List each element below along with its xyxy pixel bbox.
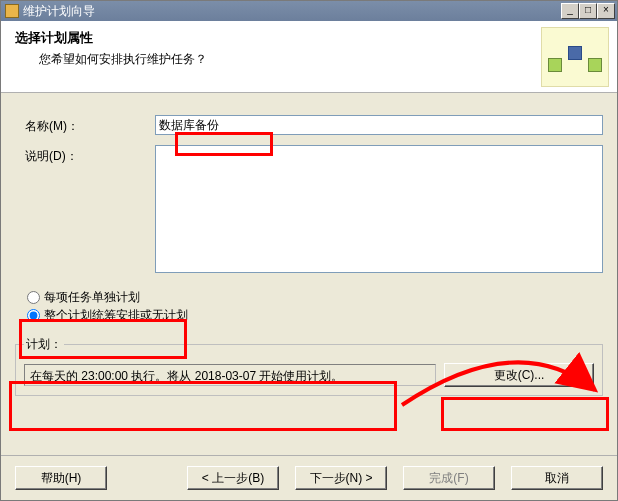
app-icon (5, 4, 19, 18)
title-bar: 维护计划向导 _ □ × (1, 1, 617, 21)
radio-whole-plan-row[interactable]: 整个计划统筹安排或无计划 (23, 306, 603, 324)
description-label: 说明(D)： (15, 145, 155, 276)
wizard-footer: 帮助(H) < 上一步(B) 下一步(N) > 完成(F) 取消 (1, 455, 617, 500)
name-input[interactable] (155, 115, 603, 135)
radio-whole-plan-label: 整个计划统筹安排或无计划 (44, 307, 188, 324)
help-button[interactable]: 帮助(H) (15, 466, 107, 490)
maximize-button[interactable]: □ (579, 3, 597, 19)
radio-per-task[interactable] (27, 291, 40, 304)
close-button[interactable]: × (597, 3, 615, 19)
wizard-window: 维护计划向导 _ □ × 选择计划属性 您希望如何安排执行维护任务？ 名称(M)… (0, 0, 618, 501)
radio-per-task-label: 每项任务单独计划 (44, 289, 140, 306)
radio-whole-plan[interactable] (27, 309, 40, 322)
wizard-body: 名称(M)： 说明(D)： 每项任务单独计划 整个计划统筹安排或无计划 计划： (1, 93, 617, 406)
schedule-legend: 计划： (24, 336, 64, 353)
cancel-button[interactable]: 取消 (511, 466, 603, 490)
wizard-header: 选择计划属性 您希望如何安排执行维护任务？ (1, 21, 617, 93)
page-subtitle: 您希望如何安排执行维护任务？ (15, 47, 541, 68)
back-button[interactable]: < 上一步(B) (187, 466, 279, 490)
page-title: 选择计划属性 (15, 29, 541, 47)
description-textarea[interactable] (155, 145, 603, 273)
next-button[interactable]: 下一步(N) > (295, 466, 387, 490)
schedule-mode-group: 每项任务单独计划 整个计划统筹安排或无计划 (23, 288, 603, 324)
name-label: 名称(M)： (15, 115, 155, 135)
schedule-fieldset: 计划： 在每天的 23:00:00 执行。将从 2018-03-07 开始使用计… (15, 336, 603, 396)
change-schedule-button[interactable]: 更改(C)... (444, 363, 594, 387)
wizard-graphic-icon (541, 27, 609, 87)
window-title: 维护计划向导 (23, 3, 561, 20)
finish-button: 完成(F) (403, 466, 495, 490)
minimize-button[interactable]: _ (561, 3, 579, 19)
radio-per-task-row[interactable]: 每项任务单独计划 (23, 288, 603, 306)
schedule-summary: 在每天的 23:00:00 执行。将从 2018-03-07 开始使用计划。 (24, 364, 436, 386)
